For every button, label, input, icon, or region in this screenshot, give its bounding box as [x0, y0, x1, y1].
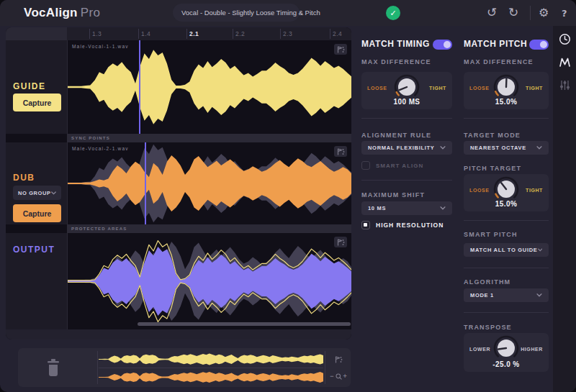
overview-flag-marker-icon[interactable] — [332, 354, 345, 365]
maximum-shift-dropdown[interactable]: 10 MS — [361, 201, 452, 215]
guide-waveform-region[interactable]: Male-Vocal-1-1.wav — [67, 40, 351, 134]
smart-pitch-value: MATCH ALL TO GUIDE — [470, 247, 538, 253]
knob-min-label: LOOSE — [469, 86, 490, 91]
alignment-rule-label: ALIGNMENT RULE — [361, 132, 431, 139]
undo-icon[interactable]: ↺ — [487, 6, 497, 19]
pitch-view-wave-icon[interactable] — [559, 56, 571, 68]
tracks-panel: 1.31.42.12.22.32.4 GUIDE Capture Male-Vo… — [6, 27, 351, 339]
smart-align-checkbox[interactable]: SMART ALIGN — [361, 161, 423, 170]
match-timing-title: MATCH TIMING — [361, 39, 430, 49]
match-pitch-toggle[interactable] — [529, 40, 549, 50]
preset-dropdown[interactable]: Vocal - Double - Slightly Loose Timing &… — [173, 4, 300, 22]
pitch-max-difference-knob[interactable]: LOOSE TIGHT 15.0% — [464, 72, 549, 109]
guide-label-column: GUIDE Capture — [6, 40, 67, 134]
settings-sliders-icon[interactable] — [559, 79, 571, 91]
overview-guide-wave[interactable] — [99, 351, 323, 368]
overview-divider-right — [325, 351, 325, 384]
output-flag-marker-icon[interactable] — [334, 237, 347, 247]
chevron-down-icon — [440, 206, 446, 210]
output-waveform-region[interactable] — [67, 233, 351, 329]
magnifier-icon — [336, 373, 342, 380]
divider — [464, 220, 549, 221]
protected-areas-label: PROTECTED AREAS — [71, 227, 127, 231]
timing-max-difference-knob[interactable]: LOOSE TIGHT 100 MS — [361, 72, 452, 109]
vocalign-window: VocAlignPro Vocal - Double - Slightly Lo… — [0, 0, 576, 392]
zoom-in-icon[interactable]: + — [343, 373, 347, 380]
knob-max-label: TIGHT — [429, 86, 446, 91]
alignment-rule-value: NORMAL FLEXIBILITY — [368, 145, 434, 151]
target-mode-label: TARGET MODE — [464, 132, 521, 139]
algorithm-value: MODE 1 — [470, 292, 494, 298]
preset-dropdown-value: Vocal - Double - Slightly Loose Timing &… — [181, 9, 320, 17]
tracks-footer-strip — [6, 329, 351, 339]
redo-icon[interactable]: ↻ — [508, 6, 518, 19]
timing-view-clock-icon[interactable] — [559, 33, 571, 45]
smart-pitch-label: SMART PITCH — [464, 231, 518, 238]
target-mode-value: NEAREST OCTAVE — [470, 145, 526, 151]
checkbox-box — [361, 221, 370, 229]
protected-areas-bar[interactable]: PROTECTED AREAS — [67, 224, 351, 233]
help-icon[interactable]: ? — [562, 7, 567, 19]
guide-playhead[interactable] — [139, 40, 140, 134]
zoom-out-icon[interactable]: − — [330, 373, 333, 380]
high-resolution-label: HIGH RESOLUTION — [376, 222, 444, 229]
pitch-target-knob[interactable]: LOOSE TIGHT 15.0% — [464, 174, 549, 211]
knob-value: 100 MS — [361, 98, 452, 106]
horizontal-zoom-scrollbar[interactable] — [138, 322, 351, 326]
algorithm-dropdown[interactable]: MODE 1 — [464, 288, 549, 302]
overview-zoom-control[interactable]: − + — [328, 370, 349, 382]
topbar-divider — [530, 6, 531, 20]
high-resolution-checkbox[interactable]: HIGH RESOLUTION — [361, 221, 444, 229]
match-timing-panel: MATCH TIMING MAX DIFFERENCE LOOSE TIGHT … — [361, 26, 452, 392]
pitch-target-label: PITCH TARGET — [464, 165, 521, 172]
knob-max-label: TIGHT — [526, 188, 543, 193]
transpose-knob[interactable]: LOWER HIGHER -25.0 % — [464, 333, 549, 372]
dub-group-value: NO GROUP — [18, 190, 51, 196]
alignment-rule-dropdown[interactable]: NORMAL FLEXIBILITY — [361, 141, 452, 155]
knob-dial[interactable] — [492, 73, 521, 101]
match-pitch-panel: MATCH PITCH MAX DIFFERENCE LOOSE TIGHT 1… — [464, 26, 549, 392]
maximum-shift-value: 10 MS — [368, 205, 386, 211]
knob-dial[interactable] — [392, 73, 421, 101]
ruler-ticks: 1.31.42.12.22.32.4 — [67, 27, 351, 40]
divider — [464, 268, 549, 268]
align-status-badge: ✓ — [386, 6, 400, 20]
app-logo: VocAlignPro — [24, 6, 100, 20]
overview-divider-mid — [99, 368, 323, 368]
dub-playhead[interactable] — [145, 142, 146, 224]
dub-capture-button[interactable]: Capture — [13, 204, 61, 222]
dub-waveform-region[interactable]: Male-Vocal-2-1.wav — [67, 142, 351, 224]
sync-points-bar[interactable]: SYNC POINTS — [67, 134, 351, 142]
check-icon: ✓ — [390, 9, 396, 18]
overview-divider-left — [97, 351, 98, 384]
app-logo-light: Pro — [81, 6, 100, 19]
match-pitch-title: MATCH PITCH — [464, 39, 527, 49]
knob-dial[interactable] — [492, 334, 521, 363]
ruler-corner-cell — [6, 27, 67, 40]
view-switcher-strip — [553, 26, 576, 392]
guide-flag-marker-icon[interactable] — [334, 44, 347, 55]
target-mode-dropdown[interactable]: NEAREST OCTAVE — [464, 141, 549, 155]
overview-dub-wave[interactable] — [99, 369, 323, 386]
match-timing-toggle[interactable] — [433, 40, 452, 50]
chevron-down-icon — [536, 146, 542, 150]
app-logo-bold: VocAlign — [24, 6, 78, 19]
knob-dial[interactable] — [492, 175, 521, 204]
trash-icon[interactable] — [45, 358, 64, 378]
timeline-ruler[interactable]: 1.31.42.12.22.32.4 — [6, 27, 351, 40]
smart-pitch-dropdown[interactable]: MATCH ALL TO GUIDE — [464, 243, 549, 257]
guide-capture-button[interactable]: Capture — [13, 94, 61, 111]
algorithm-label: ALGORITHM — [464, 278, 510, 286]
dub-label-column: DUB NO GROUP Capture — [6, 142, 67, 224]
knob-value: 15.0% — [464, 98, 549, 106]
knob-value: 15.0% — [464, 200, 549, 208]
knob-max-label: HIGHER — [521, 347, 543, 352]
top-bar: VocAlignPro Vocal - Double - Slightly Lo… — [0, 0, 576, 26]
divider — [464, 118, 549, 119]
settings-gear-icon[interactable]: ⚙ — [539, 6, 549, 19]
chevron-down-icon — [536, 293, 542, 297]
dub-waveform — [68, 142, 351, 224]
dub-group-dropdown[interactable]: NO GROUP — [13, 186, 61, 200]
divider — [464, 312, 549, 313]
dub-flag-marker-icon[interactable] — [334, 146, 347, 157]
